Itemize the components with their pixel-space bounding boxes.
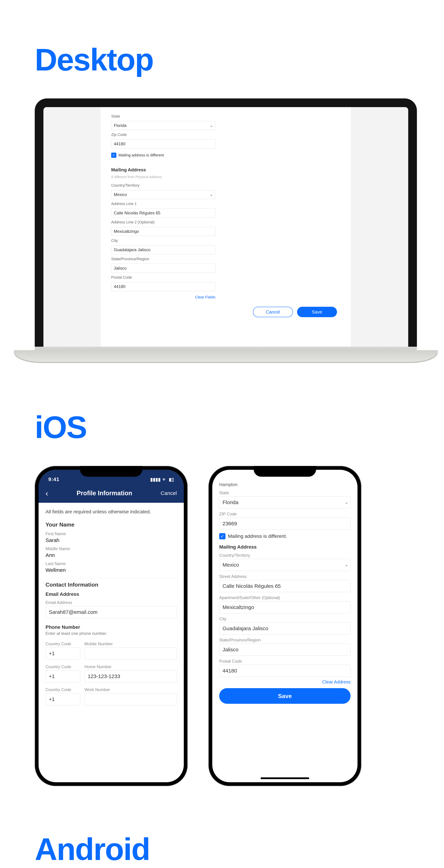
app-header: ‹ Profile Information Cancel [38,484,184,503]
cc-label-2: Country Code [46,664,80,669]
work-label: Work Number [84,687,177,692]
cc-input-1[interactable] [46,647,80,659]
mobile-input[interactable] [84,647,177,659]
last-name-value: Wellmen [46,567,177,573]
state-label: State [219,490,351,495]
street-input[interactable] [219,580,351,592]
region-input[interactable] [111,264,215,273]
ios-phone-a: 9:41 ▮▮▮▮ ᯤ ▮▯ ‹ Profile Information Can… [35,466,187,786]
email-subheading: Email Address [46,591,177,597]
phone-notch [80,466,143,477]
street-label: Street Address [219,574,351,579]
mailing-subheading: If different from Physical Address [111,175,215,179]
postal-label: Postal Code [219,659,351,664]
home-input[interactable] [84,670,177,682]
home-label: Home Number [84,664,177,669]
battery-icon: ▮▯ [169,477,174,482]
clear-fields-link[interactable]: Clear Fields [111,295,215,300]
last-name-label: Last Name [46,561,177,566]
postal-label: Postal Code [111,275,215,280]
your-name-heading: Your Name [46,522,177,528]
zip-label: Zip Code [111,132,215,137]
apt-label: Apartment/Suite/Other (Optional) [219,595,351,600]
address2-input[interactable] [111,227,215,236]
laptop-notch [207,98,245,107]
zip-input[interactable] [111,140,215,148]
state-select[interactable] [219,496,351,508]
save-button[interactable]: Save [297,307,337,317]
region-label: State/Province/Region [219,638,351,643]
state-label: State [111,114,215,119]
clear-address-link[interactable]: Clear Address [219,679,351,685]
zip-input[interactable] [219,518,351,530]
middle-name-label: Middle Name [46,546,177,551]
heading-android: Android [35,831,409,867]
mailing-heading: Mailing Address [219,544,351,550]
cancel-button[interactable]: Cancel [253,307,293,317]
address1-input[interactable] [111,209,215,218]
first-name-value: Sarah [46,537,177,543]
cc-label-1: Country Code [46,642,80,646]
country-select[interactable] [219,559,351,571]
postal-input[interactable] [219,665,351,677]
heading-ios: iOS [35,409,409,445]
zip-label: ZIP Code [219,512,351,517]
mobile-label: Mobile Number [84,642,177,646]
hampton-text: Hampton [219,482,351,487]
ios-phone-b: Hampton State ⌄ ZIP Code ✓ Mailing addre… [208,466,361,786]
header-title: Profile Information [48,490,160,497]
cc-input-3[interactable] [46,693,80,705]
email-input[interactable] [46,606,177,618]
state-select[interactable] [111,121,215,130]
cc-input-2[interactable] [46,670,80,682]
middle-name-value: Ann [46,552,177,558]
cc-label-3: Country Code [46,687,80,692]
wifi-icon: ᯤ [162,477,167,482]
email-label: Email Address [46,600,177,605]
apt-input[interactable] [219,601,351,613]
city-label: City [111,238,215,243]
home-indicator [261,777,309,779]
first-name-label: First Name [46,531,177,536]
phone-notch [254,466,316,477]
mailing-different-checkbox[interactable]: ✓ [111,153,116,158]
country-select[interactable] [111,190,215,199]
save-button[interactable]: Save [219,688,351,704]
region-input[interactable] [219,644,351,656]
divider [46,578,177,578]
phone-hint: Enter at least one phone number. [46,631,177,636]
postal-input[interactable] [111,282,215,291]
mailing-different-label: Mailing address is different [118,153,164,157]
heading-desktop: Desktop [35,42,409,78]
mailing-heading: Mailing Address [111,167,215,173]
country-label: Country/Territory [219,553,351,558]
header-cancel[interactable]: Cancel [161,490,177,496]
required-note: All fields are required unless otherwise… [46,509,177,515]
city-input[interactable] [111,245,215,254]
mailing-different-label: Mailing address is different. [228,533,287,539]
status-time: 9:41 [48,476,59,482]
address2-label: Address Line 2 (Optional) [111,220,215,224]
laptop-mockup: State ⌄ Zip Code ✓ Mailing address is di… [35,98,417,357]
city-label: City [219,616,351,621]
city-input[interactable] [219,622,351,634]
region-label: State/Province/Region [111,257,215,261]
phone-subheading: Phone Number [46,624,177,630]
country-label: Country/Territory [111,183,215,188]
signal-icon: ▮▮▮▮ [150,477,161,482]
mailing-different-checkbox[interactable]: ✓ [219,533,226,539]
work-input[interactable] [84,693,177,705]
address1-label: Address Line 1 [111,202,215,206]
back-icon[interactable]: ‹ [46,489,48,498]
contact-heading: Contact Information [46,582,177,588]
